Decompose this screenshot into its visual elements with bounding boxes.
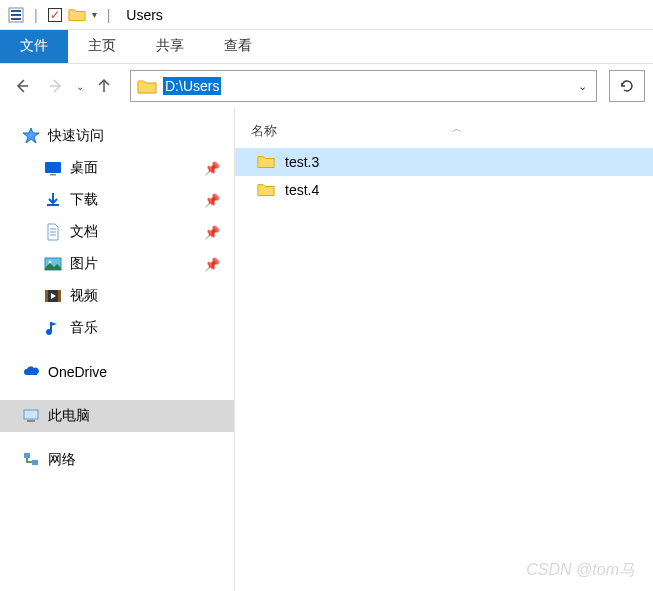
sidebar-item-music[interactable]: 音乐 [0, 312, 234, 344]
sidebar-item-label: 桌面 [70, 159, 98, 177]
svg-rect-5 [50, 174, 56, 176]
folder-icon [137, 77, 157, 95]
column-header-name[interactable]: 名称 [251, 122, 277, 140]
svg-rect-1 [11, 10, 21, 12]
pin-icon: 📌 [204, 257, 220, 272]
sidebar-item-label: OneDrive [48, 364, 107, 380]
pin-icon: 📌 [204, 225, 220, 240]
download-icon [44, 191, 62, 209]
address-bar[interactable]: D:\Users ⌄ [130, 70, 597, 102]
sidebar-item-label: 下载 [70, 191, 98, 209]
pin-icon: 📌 [204, 161, 220, 176]
ribbon-tabs: 文件 主页 共享 查看 [0, 30, 653, 64]
refresh-button[interactable] [609, 70, 645, 102]
star-icon [22, 127, 40, 145]
sidebar-item-videos[interactable]: 视频 [0, 280, 234, 312]
document-icon [44, 223, 62, 241]
pictures-icon [44, 255, 62, 273]
computer-icon [22, 407, 40, 425]
desktop-icon [44, 159, 62, 177]
tab-view[interactable]: 查看 [204, 30, 272, 63]
sidebar-this-pc[interactable]: 此电脑 [0, 400, 234, 432]
recent-locations-dropdown[interactable]: ⌄ [76, 81, 84, 92]
folder-icon [257, 154, 275, 170]
sidebar-item-pictures[interactable]: 图片 📌 [0, 248, 234, 280]
sort-indicator-icon[interactable]: ︿ [452, 122, 462, 140]
network-icon [22, 451, 40, 469]
sidebar-item-label: 文档 [70, 223, 98, 241]
svg-rect-14 [24, 453, 30, 458]
svg-rect-15 [32, 460, 38, 465]
pin-icon: 📌 [204, 193, 220, 208]
sidebar-item-label: 视频 [70, 287, 98, 305]
sidebar-network[interactable]: 网络 [0, 444, 234, 476]
tab-home[interactable]: 主页 [68, 30, 136, 63]
svg-rect-10 [58, 290, 61, 302]
svg-rect-13 [27, 420, 35, 422]
sidebar-quick-access[interactable]: 快速访问 [0, 120, 234, 152]
navigation-bar: ⌄ D:\Users ⌄ [0, 64, 653, 108]
forward-button[interactable] [42, 72, 70, 100]
svg-rect-3 [11, 18, 21, 20]
qat-dropdown-icon[interactable]: ▾ [92, 9, 97, 20]
sidebar-item-downloads[interactable]: 下载 📌 [0, 184, 234, 216]
onedrive-icon [22, 363, 40, 381]
svg-rect-9 [45, 290, 48, 302]
sidebar-item-label: 快速访问 [48, 127, 104, 145]
music-icon [44, 319, 62, 337]
back-button[interactable] [8, 72, 36, 100]
address-dropdown-icon[interactable]: ⌄ [568, 80, 596, 93]
sidebar-item-label: 图片 [70, 255, 98, 273]
title-bar: | ✓ ▾ | Users [0, 0, 653, 30]
file-name: test.3 [285, 154, 319, 170]
tab-share[interactable]: 共享 [136, 30, 204, 63]
window-title: Users [126, 7, 163, 23]
svg-rect-2 [11, 14, 21, 16]
address-path[interactable]: D:\Users [163, 77, 221, 95]
folder-icon [257, 182, 275, 198]
watermark: CSDN @tom马 [526, 560, 635, 581]
separator: | [107, 7, 111, 23]
svg-rect-12 [24, 410, 38, 419]
sidebar-item-documents[interactable]: 文档 📌 [0, 216, 234, 248]
navigation-pane: 快速访问 桌面 📌 下载 📌 文档 📌 图片 📌 视频 音乐 [0, 108, 235, 591]
column-header-row[interactable]: 名称 ︿ [235, 118, 653, 148]
separator: | [34, 7, 38, 23]
svg-rect-4 [45, 162, 61, 173]
tab-file[interactable]: 文件 [0, 30, 68, 63]
sidebar-item-desktop[interactable]: 桌面 📌 [0, 152, 234, 184]
file-list-pane: 名称 ︿ test.3 test.4 [235, 108, 653, 591]
properties-checkbox-icon[interactable]: ✓ [48, 8, 62, 22]
sidebar-item-label: 音乐 [70, 319, 98, 337]
file-row[interactable]: test.4 [235, 176, 653, 204]
sidebar-item-label: 此电脑 [48, 407, 90, 425]
sidebar-item-label: 网络 [48, 451, 76, 469]
up-button[interactable] [90, 72, 118, 100]
file-row[interactable]: test.3 [235, 148, 653, 176]
file-name: test.4 [285, 182, 319, 198]
videos-icon [44, 287, 62, 305]
system-menu-icon[interactable] [8, 7, 24, 23]
folder-icon [68, 7, 86, 23]
sidebar-onedrive[interactable]: OneDrive [0, 356, 234, 388]
svg-point-11 [46, 329, 52, 335]
